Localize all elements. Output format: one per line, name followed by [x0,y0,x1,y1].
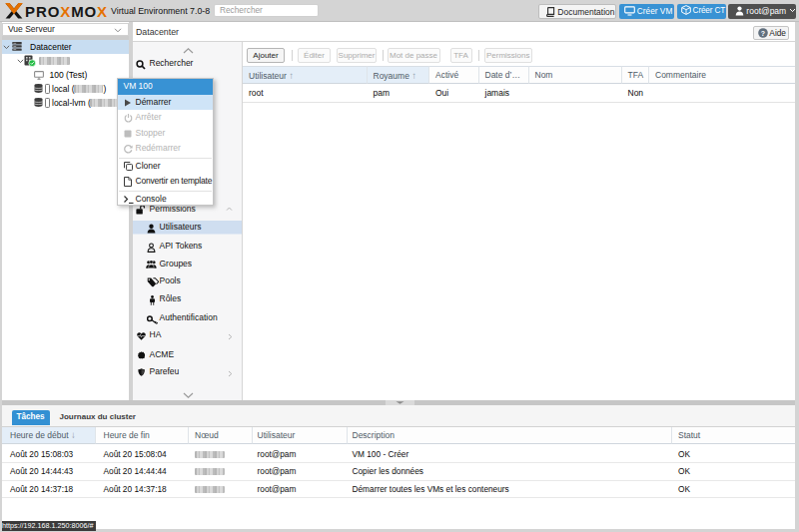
svg-text:?: ? [760,29,764,36]
